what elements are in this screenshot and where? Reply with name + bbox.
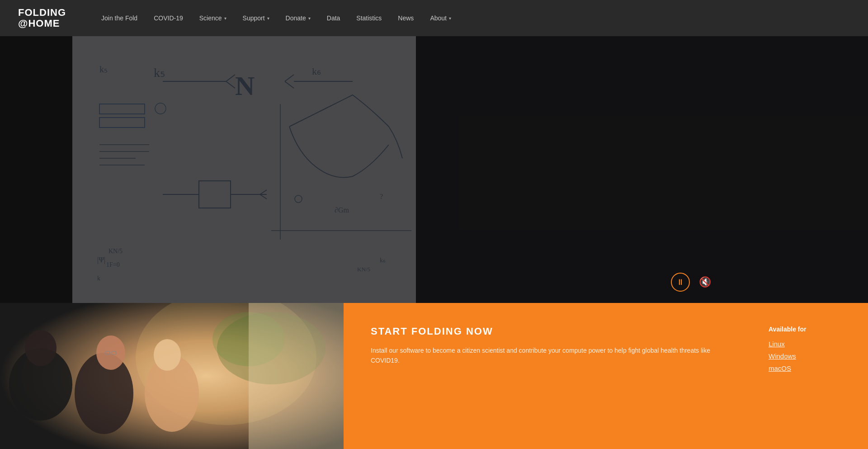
people-illustration (0, 303, 344, 449)
nav-item-join[interactable]: Join the Fold (93, 0, 146, 36)
video-controls: ⏸ 🔇 (671, 273, 714, 292)
pause-icon: ⏸ (676, 278, 684, 287)
cta-available-label: Available for (769, 326, 841, 333)
chevron-down-icon: ▾ (449, 16, 451, 21)
cta-title: START FOLDING NOW (371, 326, 732, 337)
cta-link-windows[interactable]: Windows (769, 352, 841, 360)
chevron-down-icon: ▾ (308, 16, 311, 21)
cta-description: Install our software to become a citizen… (371, 345, 732, 366)
nav-item-data[interactable]: Data (319, 0, 349, 36)
nav-item-donate[interactable]: Donate ▾ (278, 0, 319, 36)
navbar: FOLDING @HOME Join the Fold COVID-19 Sci… (0, 0, 868, 36)
svg-rect-46 (249, 303, 344, 449)
cta-main: START FOLDING NOW Install our software t… (371, 326, 732, 426)
cta-links: Available for Linux Windows macOS (769, 326, 841, 426)
nav-item-statistics[interactable]: Statistics (348, 0, 390, 36)
side-dark-right (416, 36, 868, 303)
nav-item-covid[interactable]: COVID-19 (146, 0, 191, 36)
side-dark-left (0, 36, 72, 303)
cta-section: START FOLDING NOW Install our software t… (0, 303, 868, 449)
nav-menu: Join the Fold COVID-19 Science ▾ Support… (93, 0, 459, 36)
cta-link-macos[interactable]: macOS (769, 364, 841, 372)
chevron-down-icon: ▾ (267, 16, 269, 21)
mute-button[interactable]: 🔇 (695, 273, 714, 292)
nav-item-science[interactable]: Science ▾ (191, 0, 235, 36)
cta-content: START FOLDING NOW Install our software t… (344, 303, 868, 449)
nav-item-news[interactable]: News (390, 0, 422, 36)
logo-line2: @HOME (18, 18, 66, 29)
logo-line1: FOLDING (18, 7, 66, 18)
svg-point-39 (96, 336, 125, 370)
svg-point-37 (25, 330, 57, 366)
nav-item-about[interactable]: About ▾ (422, 0, 459, 36)
pause-button[interactable]: ⏸ (671, 273, 690, 292)
logo[interactable]: FOLDING @HOME (18, 7, 66, 29)
cta-image (0, 303, 344, 449)
chevron-down-icon: ▾ (224, 16, 226, 21)
nav-item-support[interactable]: Support ▾ (235, 0, 278, 36)
volume-mute-icon: 🔇 (699, 276, 711, 288)
cta-link-linux[interactable]: Linux (769, 340, 841, 348)
svg-point-43 (154, 339, 181, 371)
hero-section: k₅ k₅ N k₆ (0, 36, 868, 303)
